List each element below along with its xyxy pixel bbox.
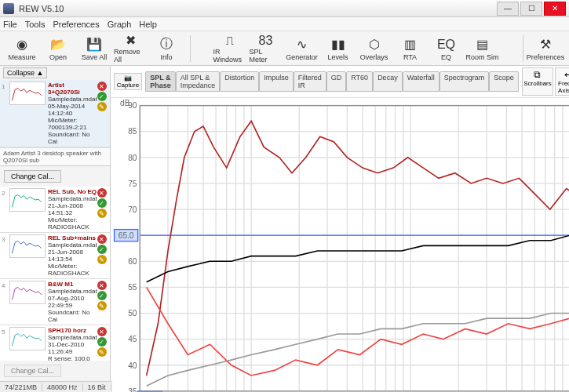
status-cell: 48000 Hz: [42, 383, 83, 391]
rta-icon: ▥: [402, 36, 419, 53]
minimize-button[interactable]: —: [497, 2, 519, 16]
remove-icon[interactable]: ✕: [97, 188, 107, 198]
splm-button[interactable]: 83SPL Meter: [249, 33, 283, 64]
splm-icon: 83: [257, 34, 275, 48]
edit-icon[interactable]: ✎: [97, 102, 107, 111]
scrollbars-button[interactable]: ⧉Scrollbars: [522, 67, 553, 96]
tab-rt-[interactable]: RT60: [346, 71, 373, 92]
scrollbars-icon: ⧉: [534, 69, 541, 80]
menubar: FileToolsPreferencesGraphHelp: [0, 17, 569, 31]
edit-icon[interactable]: ✎: [97, 301, 107, 310]
check-icon[interactable]: ✓: [97, 245, 107, 254]
chart-tabs: SPL & PhaseAll SPL & ImpedanceDistortion…: [145, 71, 519, 92]
toolbar: ◉Measure📂Open💾Save All✖Remove AllⓘInfo ⎍…: [0, 31, 569, 66]
tab-spl-phase[interactable]: SPL & Phase: [145, 71, 176, 92]
overlays-icon: ⬡: [366, 36, 383, 53]
menu-graph[interactable]: Graph: [108, 20, 132, 29]
measurement-item[interactable]: 4B&W M1Sampledata.mdat07-Aug-2010 22:49:…: [0, 279, 110, 325]
measurement-thumb: [9, 281, 46, 304]
check-icon[interactable]: ✓: [97, 291, 107, 300]
measurement-thumb: [9, 188, 46, 212]
measurement-thumb: [9, 82, 46, 105]
sidebar: Collapse ▲ 1Artist 3+Q2070SiSampledata.m…: [0, 66, 111, 381]
menu-help[interactable]: Help: [139, 20, 157, 29]
removeall-button[interactable]: ✖Remove All: [113, 33, 148, 64]
titlebar: REW V5.10 — ☐ ✕: [0, 0, 569, 17]
measurement-item[interactable]: 2REL Sub, No EQSampledata.mdat21-Jun-200…: [0, 187, 110, 233]
check-icon[interactable]: ✓: [97, 198, 107, 208]
tab-filtered-ir[interactable]: Filtered IR: [294, 71, 326, 92]
svg-text:80: 80: [128, 154, 137, 162]
svg-text:55: 55: [128, 283, 137, 292]
roomsim-button[interactable]: ▤Room Sim: [465, 33, 500, 64]
gen-icon: ∿: [294, 36, 311, 53]
status-cell: 16 Bit: [83, 383, 111, 391]
menu-file[interactable]: File: [3, 20, 17, 29]
svg-text:40: 40: [128, 361, 137, 370]
remove-icon[interactable]: ✕: [97, 327, 107, 336]
roomsim-icon: ▤: [474, 36, 491, 53]
change-cal-button[interactable]: Change Cal...: [4, 170, 61, 183]
description-text: Adam Artist 3 desktop speaker with Q2070…: [0, 147, 110, 166]
eq-button[interactable]: EQEQ: [429, 33, 464, 64]
measure-button[interactable]: ◉Measure: [5, 33, 39, 64]
status-cell: 74/221MB: [0, 383, 42, 391]
open-icon: 📂: [49, 36, 67, 53]
tab-decay[interactable]: Decay: [373, 71, 403, 92]
measure-icon: ◉: [13, 36, 31, 53]
levels-button[interactable]: ▮▮Levels: [321, 33, 356, 64]
tab-gd[interactable]: GD: [326, 71, 347, 92]
edit-icon[interactable]: ✎: [97, 347, 107, 357]
measurement-item[interactable]: 5SPH170 horzSampledata.mdat31-Dec-2010 1…: [0, 325, 110, 361]
irwin-button[interactable]: ⎍IR Windows: [213, 33, 247, 64]
tab-scope[interactable]: Scope: [489, 71, 519, 92]
overlays-button[interactable]: ⬡Overlays: [357, 33, 392, 64]
saveall-button[interactable]: 💾Save All: [77, 33, 111, 64]
info-button[interactable]: ⓘInfo: [149, 33, 184, 64]
saveall-icon: 💾: [86, 36, 103, 53]
gen-button[interactable]: ∿Generator: [285, 33, 319, 64]
chart-area: 📷Capture SPL & PhaseAll SPL & ImpedanceD…: [111, 66, 569, 381]
remove-icon[interactable]: ✕: [97, 281, 107, 290]
chart-toolbar: 📷Capture SPL & PhaseAll SPL & ImpedanceD…: [111, 66, 569, 98]
tab-waterfall[interactable]: Waterfall: [403, 71, 440, 92]
freqaxis-button[interactable]: ⟷Freq. Axis: [555, 67, 569, 96]
measurement-item[interactable]: 3REL Sub+mainsSampledata.mdat21-Jun-2008…: [0, 233, 110, 279]
check-icon[interactable]: ✓: [97, 92, 107, 101]
menu-preferences[interactable]: Preferences: [53, 20, 99, 29]
irwin-icon: ⎍: [221, 34, 239, 48]
menu-tools[interactable]: Tools: [25, 20, 46, 29]
svg-text:60: 60: [128, 257, 137, 266]
freqaxis-icon: ⟷: [564, 69, 569, 80]
prefs-button[interactable]: ⚒Preferences: [528, 33, 563, 64]
measurement-item[interactable]: 1Artist 3+Q2070SiSampledata.mdat05-May-2…: [0, 80, 110, 147]
removeall-icon: ✖: [122, 33, 139, 48]
edit-icon[interactable]: ✎: [97, 255, 107, 264]
svg-text:45: 45: [128, 335, 137, 343]
svg-text:50: 50: [128, 309, 137, 318]
measurement-list[interactable]: 1Artist 3+Q2070SiSampledata.mdat05-May-2…: [0, 80, 110, 361]
levels-icon: ▮▮: [330, 36, 347, 53]
change-cal-button-bottom[interactable]: Change Cal...: [4, 365, 61, 377]
check-icon[interactable]: ✓: [97, 337, 107, 347]
tab-spectrogram[interactable]: Spectrogram: [440, 71, 490, 92]
remove-icon[interactable]: ✕: [97, 234, 107, 244]
info-icon: ⓘ: [158, 36, 175, 53]
open-button[interactable]: 📂Open: [41, 33, 75, 64]
tab-impulse[interactable]: Impulse: [259, 71, 294, 92]
remove-icon[interactable]: ✕: [97, 82, 107, 91]
capture-button[interactable]: 📷Capture: [114, 73, 142, 90]
rta-button[interactable]: ▥RTA: [393, 33, 428, 64]
window-title: REW V5.10: [19, 4, 495, 13]
tab-distortion[interactable]: Distortion: [220, 71, 259, 92]
measurement-thumb: [9, 234, 46, 258]
collapse-button[interactable]: Collapse ▲: [3, 67, 47, 78]
maximize-button[interactable]: ☐: [520, 2, 542, 16]
camera-icon: 📷: [124, 74, 132, 82]
edit-icon[interactable]: ✎: [97, 209, 107, 218]
tab-all-spl-impedance[interactable]: All SPL & Impedance: [176, 71, 221, 92]
close-button[interactable]: ✕: [544, 2, 566, 16]
plot-canvas[interactable]: 354045505560657075808590-180-90090180270…: [112, 100, 569, 392]
prefs-icon: ⚒: [537, 36, 554, 53]
main-area: Collapse ▲ 1Artist 3+Q2070SiSampledata.m…: [0, 66, 569, 381]
